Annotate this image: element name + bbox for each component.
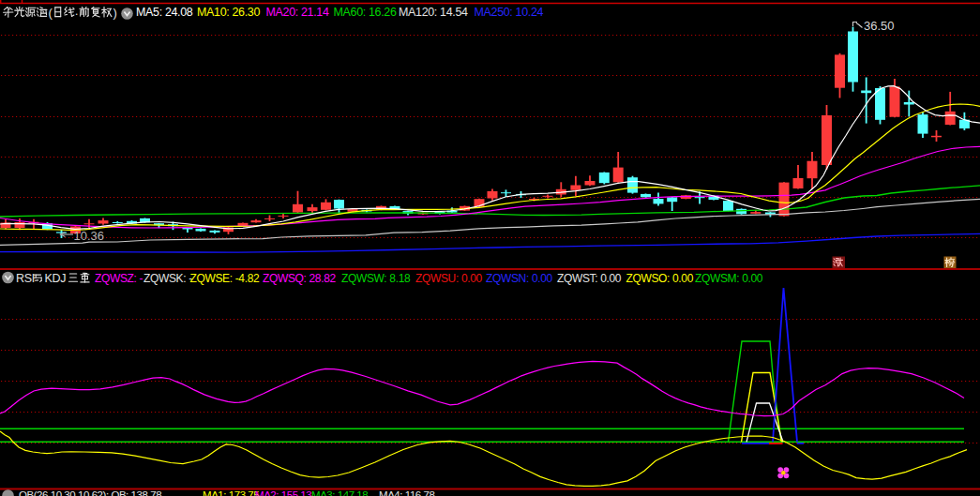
svg-text:.: . bbox=[75, 5, 78, 18]
svg-text:ZQWSU: 0.00: ZQWSU: 0.00 bbox=[415, 272, 483, 285]
svg-text:ZQWSW: 8.18: ZQWSW: 8.18 bbox=[341, 272, 411, 285]
svg-text:ZQWSN: 0.00: ZQWSN: 0.00 bbox=[486, 272, 553, 285]
svg-text:RSI: RSI bbox=[16, 272, 35, 285]
svg-text:OB(26,10,30,10,62): OB: 138.7: OB(26,10,30,10,62): OB: 138.78 bbox=[19, 489, 161, 496]
svg-text:ZQWSQ: 28.82: ZQWSQ: 28.82 bbox=[263, 272, 337, 285]
svg-text:ZQWST: 0.00: ZQWST: 0.00 bbox=[557, 272, 622, 285]
svg-text:MA20: 21.14: MA20: 21.14 bbox=[266, 6, 329, 19]
svg-text:ZQWSE: -4.82: ZQWSE: -4.82 bbox=[190, 272, 260, 285]
svg-text:MA3: 147.18: MA3: 147.18 bbox=[311, 489, 368, 496]
svg-text:MA4: 116.78: MA4: 116.78 bbox=[379, 489, 434, 496]
svg-text:MA250: 10.24: MA250: 10.24 bbox=[475, 6, 544, 19]
svg-text:MA60: 16.26: MA60: 16.26 bbox=[334, 6, 397, 19]
svg-text:ZQWSO: 0.00: ZQWSO: 0.00 bbox=[626, 272, 694, 285]
svg-text:10.36: 10.36 bbox=[74, 229, 105, 243]
svg-text:): ) bbox=[113, 6, 117, 20]
svg-text:36.50: 36.50 bbox=[864, 19, 895, 33]
svg-text:(: ( bbox=[49, 6, 53, 20]
svg-text:MA120: 14.54: MA120: 14.54 bbox=[399, 6, 468, 19]
svg-text:MA1: 173.75: MA1: 173.75 bbox=[203, 489, 259, 496]
svg-text:MA10: 26.30: MA10: 26.30 bbox=[197, 6, 260, 19]
svg-text:MA2: 155.13: MA2: 155.13 bbox=[255, 489, 311, 496]
svg-text:KDJ: KDJ bbox=[45, 272, 67, 285]
svg-text:ZQWSK: -: ZQWSK: - bbox=[143, 272, 192, 285]
svg-text:MA5: 24.08: MA5: 24.08 bbox=[136, 6, 193, 19]
svg-text:ZQWSM: 0.00: ZQWSM: 0.00 bbox=[695, 272, 763, 285]
svg-text:ZQWSZ: -: ZQWSZ: - bbox=[95, 272, 143, 285]
